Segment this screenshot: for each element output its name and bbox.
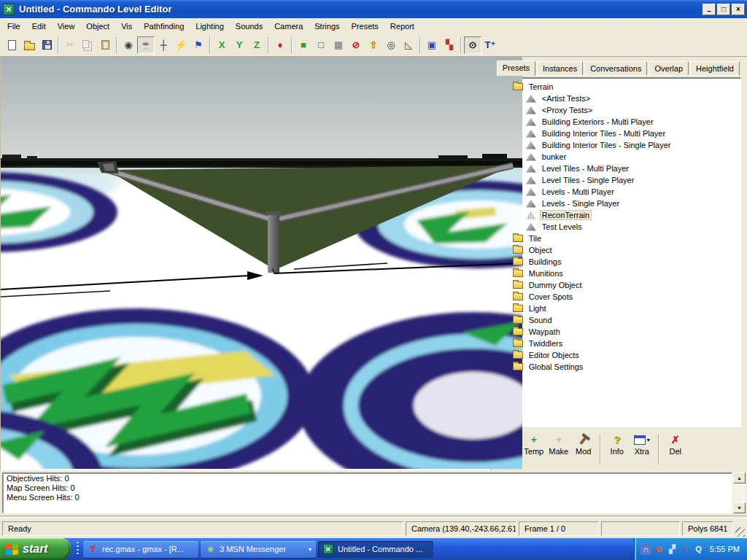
- task-msn-messenger[interactable]: ☻3 MSN Messenger▾: [201, 541, 316, 558]
- camera-view-button[interactable]: ◉: [120, 36, 137, 54]
- flag-marker-button[interactable]: ⚑: [190, 36, 207, 54]
- folder-icon: [513, 258, 523, 265]
- menu-object[interactable]: Object: [80, 19, 115, 34]
- copy-button[interactable]: [79, 36, 96, 54]
- dropdown-arrow-icon[interactable]: ▾: [647, 437, 650, 443]
- tree-item-munitions[interactable]: +Munitions: [496, 268, 740, 279]
- task-gmax[interactable]: Yrec.gmax - gmax - [R...: [83, 541, 198, 558]
- blocked-tray-icon[interactable]: ⊘: [654, 544, 665, 555]
- quicktime-tray-icon[interactable]: Q: [693, 544, 704, 555]
- menu-report[interactable]: Report: [384, 19, 420, 34]
- menu-vis[interactable]: Vis: [115, 19, 138, 34]
- raise-layer-button[interactable]: ⇧: [365, 36, 382, 54]
- tab-overlap[interactable]: Overlap: [649, 61, 689, 75]
- tree-item-sound[interactable]: +Sound: [496, 314, 740, 326]
- menu-lighting[interactable]: Lighting: [190, 19, 230, 34]
- tree-item-global-settings[interactable]: +Global Settings: [496, 361, 740, 373]
- task-dropdown-icon[interactable]: ▾: [309, 546, 311, 553]
- tree-item-test-levels[interactable]: +Test Levels: [496, 221, 740, 233]
- make-button[interactable]: +Make: [546, 433, 571, 465]
- group-objects-button[interactable]: ▣: [423, 36, 441, 54]
- wireframe-view-button[interactable]: □: [312, 36, 330, 54]
- tab-instances[interactable]: Instances: [537, 61, 583, 75]
- solid-view-button[interactable]: ■: [295, 36, 312, 54]
- quick-launch-handle[interactable]: [77, 542, 79, 556]
- new-file-button[interactable]: [3, 36, 20, 54]
- tree-item-buildings[interactable]: +Buildings: [496, 256, 740, 268]
- axis-gizmo-button[interactable]: ┼: [155, 36, 172, 54]
- start-button[interactable]: start: [0, 538, 71, 560]
- tree-item-level-tiles-multi-player[interactable]: Level Tiles - Multi Player: [496, 163, 740, 174]
- rgb-components-button[interactable]: ▚: [441, 36, 458, 54]
- tree-item-cover-spots[interactable]: +Cover Spots: [496, 291, 740, 303]
- temp-button[interactable]: +Temp: [522, 433, 546, 465]
- hits-scrollbar[interactable]: ▲ ▼: [733, 472, 746, 513]
- render-teapot-button[interactable]: ☕: [137, 36, 155, 54]
- minimize-button[interactable]: –: [703, 4, 716, 15]
- info-icon: ?: [614, 434, 620, 446]
- run-player-button[interactable]: ⚡: [172, 36, 190, 54]
- volume-tray-icon[interactable]: ∩: [640, 544, 651, 555]
- menu-sounds[interactable]: Sounds: [230, 19, 268, 34]
- task-commando-editor[interactable]: Untitled - Commando ...: [318, 541, 433, 558]
- network-tray-icon[interactable]: ▞: [667, 544, 678, 555]
- toolbar: ✂◉☕┼⚡⚑XYZ♦■□▦⊘⇧◎◺▣▚⊙T⁺: [0, 34, 747, 57]
- cut-icon: ✂: [66, 40, 74, 50]
- app-icon[interactable]: [3, 4, 15, 15]
- tree-item-artist-tests[interactable]: +<Artist Tests>: [496, 93, 740, 104]
- paste-button[interactable]: [96, 36, 114, 54]
- tree-item-object[interactable]: +Object: [496, 244, 740, 256]
- tree-item-twiddlers[interactable]: +Twiddlers: [496, 338, 740, 349]
- preset-tree[interactable]: −Terrain+<Artist Tests><Proxy Tests>+Bui…: [495, 77, 741, 427]
- tab-conversations[interactable]: Conversations: [584, 61, 647, 75]
- polygon-tool-button[interactable]: ◺: [400, 36, 417, 54]
- close-button[interactable]: ×: [732, 4, 745, 15]
- tree-item-building-exteriors-multi-player[interactable]: +Building Exteriors - Multi Player: [496, 116, 740, 128]
- axis-z-button[interactable]: Z: [248, 36, 266, 54]
- open-file-button[interactable]: [20, 36, 38, 54]
- drop-to-ground-button[interactable]: ♦: [271, 36, 289, 54]
- tree-item-building-interior-tiles-multi-player[interactable]: +Building Interior Tiles - Multi Player: [496, 128, 740, 139]
- info-button[interactable]: ?Info: [605, 433, 630, 465]
- tree-item-waypath[interactable]: +Waypath: [496, 326, 740, 338]
- scroll-up-button[interactable]: ▲: [733, 472, 746, 483]
- menu-file[interactable]: File: [1, 19, 26, 34]
- tree-item-levels-multi-player[interactable]: +Levels - Multi Player: [496, 186, 740, 198]
- cut-button[interactable]: ✂: [61, 36, 79, 54]
- tree-item-terrain[interactable]: −Terrain: [496, 81, 740, 93]
- 3d-viewport[interactable]: [0, 57, 492, 470]
- tab-heightfield[interactable]: Heightfield: [690, 61, 740, 75]
- xtra-button[interactable]: ▾Xtra: [630, 433, 654, 465]
- menu-camera[interactable]: Camera: [268, 19, 309, 34]
- axis-x-button[interactable]: X: [213, 36, 231, 54]
- menu-presets[interactable]: Presets: [346, 19, 384, 34]
- tab-presets[interactable]: Presets: [497, 61, 535, 76]
- tree-item-building-interior-tiles-single-player[interactable]: +Building Interior Tiles - Single Player: [496, 139, 740, 151]
- axis-y-button[interactable]: Y: [231, 36, 248, 54]
- scroll-down-button[interactable]: ▼: [733, 502, 746, 513]
- maximize-button[interactable]: □: [717, 4, 730, 15]
- menu-edit[interactable]: Edit: [26, 19, 52, 34]
- visibility-eye-button[interactable]: ⊙: [464, 36, 481, 54]
- save-file-button[interactable]: [38, 36, 55, 54]
- camera-dolly-button[interactable]: ◎: [382, 36, 400, 54]
- mod-button[interactable]: Mod: [571, 433, 596, 465]
- media-player-tray-icon[interactable]: ◑: [680, 544, 691, 555]
- tree-item-tile[interactable]: +Tile: [496, 233, 740, 244]
- menu-view[interactable]: View: [52, 19, 81, 34]
- resize-grip[interactable]: [735, 527, 745, 537]
- del-button[interactable]: ✗Del: [663, 433, 688, 465]
- tree-item-proxy-tests[interactable]: <Proxy Tests>: [496, 104, 740, 116]
- menu-strings[interactable]: Strings: [309, 19, 345, 34]
- menu-pathfinding[interactable]: Pathfinding: [138, 19, 190, 34]
- tree-item-reconterrain[interactable]: ReconTerrain: [496, 209, 740, 221]
- tree-item-editor-objects[interactable]: +Editor Objects: [496, 349, 740, 361]
- tree-item-levels-single-player[interactable]: +Levels - Single Player: [496, 198, 740, 209]
- text-tool-button[interactable]: T⁺: [481, 36, 499, 54]
- tree-item-level-tiles-single-player[interactable]: +Level Tiles - Single Player: [496, 174, 740, 186]
- tree-item-light[interactable]: +Light: [496, 303, 740, 314]
- hide-objects-button[interactable]: ⊘: [347, 36, 365, 54]
- show-terrain-button[interactable]: ▦: [330, 36, 347, 54]
- tree-item-bunker[interactable]: bunker: [496, 151, 740, 163]
- tree-item-dummy-object[interactable]: +Dummy Object: [496, 279, 740, 291]
